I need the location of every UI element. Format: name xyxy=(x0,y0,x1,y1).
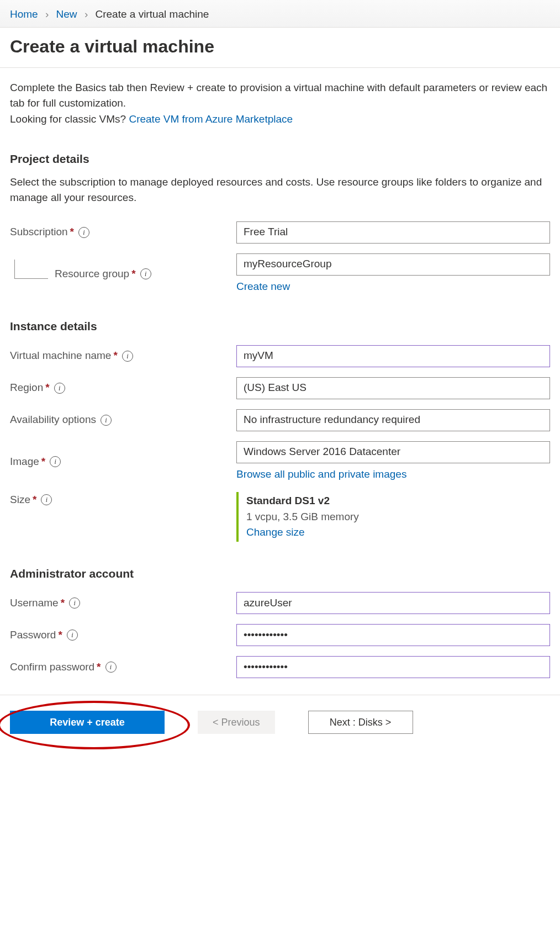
previous-button[interactable]: < Previous xyxy=(198,711,275,734)
required-indicator: * xyxy=(113,348,117,364)
footer-actions: Review + create < Previous Next : Disks … xyxy=(0,695,560,756)
confirm-password-input[interactable]: •••••••••••• xyxy=(236,656,550,678)
region-label: Region xyxy=(10,380,43,396)
availability-select[interactable]: No infrastructure redundancy required xyxy=(236,409,550,431)
availability-label: Availability options xyxy=(10,412,96,428)
intro-customization: Complete the Basics tab then Review + cr… xyxy=(10,80,550,112)
next-disks-button[interactable]: Next : Disks > xyxy=(308,711,413,734)
create-new-resource-group-link[interactable]: Create new xyxy=(236,281,290,292)
info-icon[interactable]: i xyxy=(67,630,78,641)
size-display: Standard DS1 v2 1 vcpu, 3.5 GiB memory C… xyxy=(236,492,550,542)
browse-images-link[interactable]: Browse all public and private images xyxy=(236,468,406,480)
size-desc: 1 vcpu, 3.5 GiB memory xyxy=(246,509,550,525)
chevron-right-icon: › xyxy=(45,8,49,20)
password-input[interactable]: •••••••••••• xyxy=(236,624,550,646)
breadcrumb-current: Create a virtual machine xyxy=(95,8,209,20)
required-indicator: * xyxy=(41,454,45,470)
confirm-password-label: Confirm password xyxy=(10,659,94,675)
info-icon[interactable]: i xyxy=(78,227,89,238)
breadcrumb-new[interactable]: New xyxy=(56,8,77,20)
subscription-label: Subscription xyxy=(10,224,68,240)
required-indicator: * xyxy=(70,224,74,240)
info-icon[interactable]: i xyxy=(69,597,80,609)
subscription-select[interactable]: Free Trial xyxy=(236,221,550,244)
resource-group-select[interactable]: myResourceGroup xyxy=(236,253,550,276)
required-indicator: * xyxy=(97,659,101,675)
size-name: Standard DS1 v2 xyxy=(246,493,550,509)
admin-account-heading: Administrator account xyxy=(10,565,550,583)
info-icon[interactable]: i xyxy=(105,662,117,673)
info-icon[interactable]: i xyxy=(122,351,133,362)
instance-details-heading: Instance details xyxy=(10,318,550,335)
region-select[interactable]: (US) East US xyxy=(236,377,550,399)
info-icon[interactable]: i xyxy=(41,494,52,505)
username-input[interactable]: azureUser xyxy=(236,592,550,614)
username-label: Username xyxy=(10,595,59,611)
create-vm-marketplace-link[interactable]: Create VM from Azure Marketplace xyxy=(129,113,293,125)
info-icon[interactable]: i xyxy=(140,268,151,279)
required-indicator: * xyxy=(131,266,135,282)
classic-vm-prompt: Looking for classic VMs? xyxy=(10,113,129,125)
change-size-link[interactable]: Change size xyxy=(246,526,305,538)
project-details-heading: Project details xyxy=(10,150,550,168)
required-indicator: * xyxy=(61,595,65,611)
size-label: Size xyxy=(10,492,30,508)
tree-line-icon xyxy=(14,260,48,279)
info-icon[interactable]: i xyxy=(101,415,112,426)
intro-text: Complete the Basics tab then Review + cr… xyxy=(10,80,550,128)
required-indicator: * xyxy=(33,492,36,508)
image-select[interactable]: Windows Server 2016 Datacenter xyxy=(236,441,550,463)
password-label: Password xyxy=(10,627,56,643)
project-details-desc: Select the subscription to manage deploy… xyxy=(10,174,550,206)
page-title-bar: Create a virtual machine xyxy=(0,28,560,68)
vm-name-label: Virtual machine name xyxy=(10,348,111,364)
breadcrumb: Home › New › Create a virtual machine xyxy=(0,0,560,28)
image-label: Image xyxy=(10,454,39,470)
chevron-right-icon: › xyxy=(84,8,88,20)
vm-name-input[interactable]: myVM xyxy=(236,345,550,367)
info-icon[interactable]: i xyxy=(50,456,61,467)
info-icon[interactable]: i xyxy=(54,383,65,394)
page-title: Create a virtual machine xyxy=(10,33,550,60)
required-indicator: * xyxy=(58,627,62,643)
resource-group-label: Resource group xyxy=(55,266,129,282)
breadcrumb-home[interactable]: Home xyxy=(10,8,38,20)
review-create-button[interactable]: Review + create xyxy=(10,711,165,734)
required-indicator: * xyxy=(45,380,49,396)
